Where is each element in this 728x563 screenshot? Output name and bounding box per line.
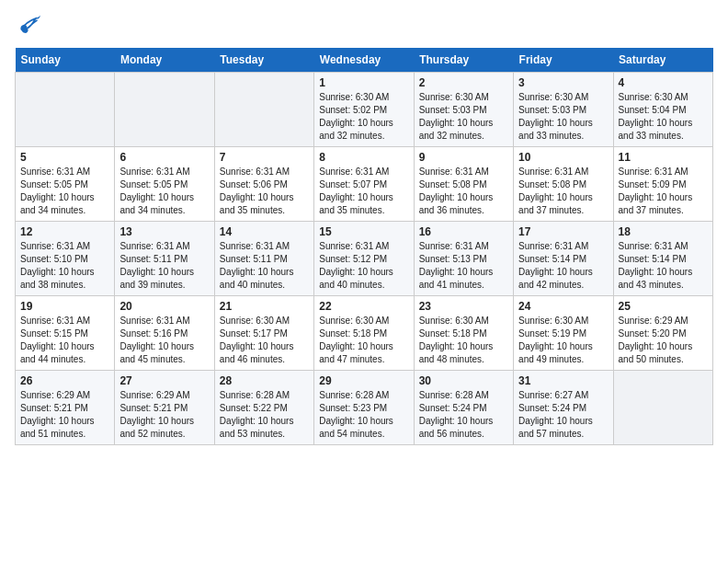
- calendar-cell: 3Sunrise: 6:30 AM Sunset: 5:03 PM Daylig…: [514, 73, 613, 147]
- day-number: 27: [119, 374, 209, 387]
- day-number: 17: [518, 225, 608, 238]
- day-info: Sunrise: 6:28 AM Sunset: 5:23 PM Dayligh…: [319, 389, 408, 441]
- calendar-week-row: 12Sunrise: 6:31 AM Sunset: 5:10 PM Dayli…: [16, 222, 713, 296]
- day-info: Sunrise: 6:29 AM Sunset: 5:21 PM Dayligh…: [20, 389, 109, 441]
- weekday-header-friday: Friday: [514, 48, 613, 73]
- day-info: Sunrise: 6:30 AM Sunset: 5:18 PM Dayligh…: [319, 315, 408, 366]
- calendar-cell: 29Sunrise: 6:28 AM Sunset: 5:23 PM Dayli…: [314, 371, 414, 445]
- calendar-cell: 6Sunrise: 6:31 AM Sunset: 5:05 PM Daylig…: [115, 147, 214, 222]
- day-number: 10: [518, 151, 608, 164]
- weekday-header-row: SundayMondayTuesdayWednesdayThursdayFrid…: [16, 48, 713, 73]
- day-number: 5: [20, 151, 109, 164]
- day-number: 25: [619, 300, 708, 313]
- day-info: Sunrise: 6:31 AM Sunset: 5:08 PM Dayligh…: [518, 166, 608, 217]
- calendar-cell: 10Sunrise: 6:31 AM Sunset: 5:08 PM Dayli…: [514, 147, 613, 222]
- day-info: Sunrise: 6:30 AM Sunset: 5:19 PM Dayligh…: [518, 315, 608, 366]
- day-number: 4: [619, 76, 708, 89]
- day-info: Sunrise: 6:31 AM Sunset: 5:13 PM Dayligh…: [419, 240, 508, 292]
- day-info: Sunrise: 6:31 AM Sunset: 5:11 PM Dayligh…: [220, 240, 309, 292]
- day-number: 26: [20, 374, 109, 387]
- day-number: 14: [220, 225, 309, 238]
- day-info: Sunrise: 6:29 AM Sunset: 5:20 PM Dayligh…: [619, 315, 708, 366]
- calendar-cell: 20Sunrise: 6:31 AM Sunset: 5:16 PM Dayli…: [115, 296, 214, 371]
- day-number: 1: [319, 76, 408, 89]
- calendar-cell: 11Sunrise: 6:31 AM Sunset: 5:09 PM Dayli…: [613, 147, 712, 222]
- calendar-cell: 5Sunrise: 6:31 AM Sunset: 5:05 PM Daylig…: [16, 147, 115, 222]
- calendar-cell: 26Sunrise: 6:29 AM Sunset: 5:21 PM Dayli…: [16, 371, 115, 445]
- day-number: 11: [619, 151, 708, 164]
- calendar-cell: 24Sunrise: 6:30 AM Sunset: 5:19 PM Dayli…: [514, 296, 613, 371]
- calendar-cell: [115, 73, 214, 147]
- calendar-week-row: 5Sunrise: 6:31 AM Sunset: 5:05 PM Daylig…: [16, 147, 713, 222]
- day-info: Sunrise: 6:30 AM Sunset: 5:03 PM Dayligh…: [419, 91, 508, 143]
- page-header: [15, 15, 713, 37]
- day-info: Sunrise: 6:30 AM Sunset: 5:04 PM Dayligh…: [619, 91, 708, 143]
- calendar-cell: 7Sunrise: 6:31 AM Sunset: 5:06 PM Daylig…: [214, 147, 313, 222]
- calendar-cell: 23Sunrise: 6:30 AM Sunset: 5:18 PM Dayli…: [414, 296, 513, 371]
- calendar-cell: 4Sunrise: 6:30 AM Sunset: 5:04 PM Daylig…: [613, 73, 712, 147]
- day-info: Sunrise: 6:31 AM Sunset: 5:12 PM Dayligh…: [319, 240, 408, 292]
- day-info: Sunrise: 6:31 AM Sunset: 5:14 PM Dayligh…: [518, 240, 608, 292]
- day-info: Sunrise: 6:30 AM Sunset: 5:03 PM Dayligh…: [518, 91, 608, 143]
- logo-bird-icon: [15, 15, 40, 37]
- calendar-table: SundayMondayTuesdayWednesdayThursdayFrid…: [15, 48, 713, 445]
- calendar-cell: 30Sunrise: 6:28 AM Sunset: 5:24 PM Dayli…: [414, 371, 513, 445]
- logo: [15, 15, 44, 37]
- calendar-cell: 16Sunrise: 6:31 AM Sunset: 5:13 PM Dayli…: [414, 222, 513, 296]
- day-info: Sunrise: 6:30 AM Sunset: 5:17 PM Dayligh…: [220, 315, 309, 366]
- calendar-cell: 9Sunrise: 6:31 AM Sunset: 5:08 PM Daylig…: [414, 147, 513, 222]
- calendar-cell: 14Sunrise: 6:31 AM Sunset: 5:11 PM Dayli…: [214, 222, 313, 296]
- calendar-cell: 1Sunrise: 6:30 AM Sunset: 5:02 PM Daylig…: [314, 73, 414, 147]
- day-info: Sunrise: 6:31 AM Sunset: 5:15 PM Dayligh…: [20, 315, 109, 366]
- day-number: 8: [319, 151, 408, 164]
- calendar-cell: [16, 73, 115, 147]
- day-info: Sunrise: 6:30 AM Sunset: 5:02 PM Dayligh…: [319, 91, 408, 143]
- day-info: Sunrise: 6:30 AM Sunset: 5:18 PM Dayligh…: [419, 315, 508, 366]
- day-number: 20: [119, 300, 209, 313]
- calendar-cell: 27Sunrise: 6:29 AM Sunset: 5:21 PM Dayli…: [115, 371, 214, 445]
- day-number: 23: [419, 300, 508, 313]
- day-number: 12: [20, 225, 109, 238]
- day-info: Sunrise: 6:31 AM Sunset: 5:08 PM Dayligh…: [419, 166, 508, 217]
- day-info: Sunrise: 6:31 AM Sunset: 5:05 PM Dayligh…: [119, 166, 209, 217]
- day-number: 28: [220, 374, 309, 387]
- day-info: Sunrise: 6:28 AM Sunset: 5:24 PM Dayligh…: [419, 389, 508, 441]
- calendar-cell: 2Sunrise: 6:30 AM Sunset: 5:03 PM Daylig…: [414, 73, 513, 147]
- day-number: 24: [518, 300, 608, 313]
- calendar-cell: 17Sunrise: 6:31 AM Sunset: 5:14 PM Dayli…: [514, 222, 613, 296]
- weekday-header-wednesday: Wednesday: [314, 48, 414, 73]
- calendar-cell: 31Sunrise: 6:27 AM Sunset: 5:24 PM Dayli…: [514, 371, 613, 445]
- day-number: 16: [419, 225, 508, 238]
- calendar-cell: 28Sunrise: 6:28 AM Sunset: 5:22 PM Dayli…: [214, 371, 313, 445]
- calendar-cell: 15Sunrise: 6:31 AM Sunset: 5:12 PM Dayli…: [314, 222, 414, 296]
- calendar-cell: [214, 73, 313, 147]
- day-info: Sunrise: 6:31 AM Sunset: 5:16 PM Dayligh…: [119, 315, 209, 366]
- weekday-header-sunday: Sunday: [16, 48, 115, 73]
- day-number: 30: [419, 374, 508, 387]
- day-info: Sunrise: 6:31 AM Sunset: 5:10 PM Dayligh…: [20, 240, 109, 292]
- calendar-week-row: 19Sunrise: 6:31 AM Sunset: 5:15 PM Dayli…: [16, 296, 713, 371]
- day-info: Sunrise: 6:27 AM Sunset: 5:24 PM Dayligh…: [518, 389, 608, 441]
- weekday-header-tuesday: Tuesday: [214, 48, 313, 73]
- calendar-cell: 22Sunrise: 6:30 AM Sunset: 5:18 PM Dayli…: [314, 296, 414, 371]
- day-number: 31: [518, 374, 608, 387]
- calendar-cell: 21Sunrise: 6:30 AM Sunset: 5:17 PM Dayli…: [214, 296, 313, 371]
- day-info: Sunrise: 6:31 AM Sunset: 5:11 PM Dayligh…: [119, 240, 209, 292]
- day-info: Sunrise: 6:31 AM Sunset: 5:14 PM Dayligh…: [619, 240, 708, 292]
- weekday-header-saturday: Saturday: [613, 48, 712, 73]
- day-number: 19: [20, 300, 109, 313]
- day-number: 21: [220, 300, 309, 313]
- calendar-week-row: 26Sunrise: 6:29 AM Sunset: 5:21 PM Dayli…: [16, 371, 713, 445]
- day-info: Sunrise: 6:31 AM Sunset: 5:06 PM Dayligh…: [220, 166, 309, 217]
- calendar-cell: 18Sunrise: 6:31 AM Sunset: 5:14 PM Dayli…: [613, 222, 712, 296]
- weekday-header-thursday: Thursday: [414, 48, 513, 73]
- day-number: 29: [319, 374, 408, 387]
- calendar-cell: 12Sunrise: 6:31 AM Sunset: 5:10 PM Dayli…: [16, 222, 115, 296]
- day-number: 18: [619, 225, 708, 238]
- day-number: 15: [319, 225, 408, 238]
- day-number: 6: [119, 151, 209, 164]
- day-info: Sunrise: 6:31 AM Sunset: 5:05 PM Dayligh…: [20, 166, 109, 217]
- calendar-cell: 13Sunrise: 6:31 AM Sunset: 5:11 PM Dayli…: [115, 222, 214, 296]
- calendar-week-row: 1Sunrise: 6:30 AM Sunset: 5:02 PM Daylig…: [16, 73, 713, 147]
- day-number: 9: [419, 151, 508, 164]
